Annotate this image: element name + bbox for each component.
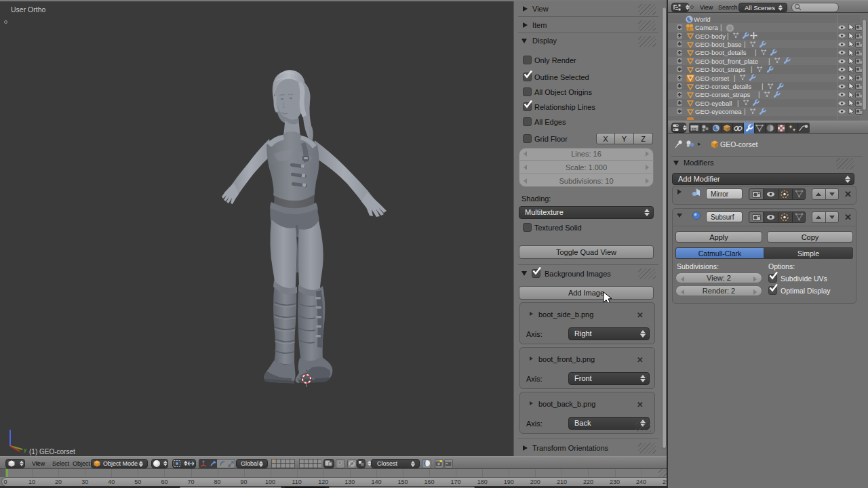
svg-text:y: y xyxy=(24,447,26,453)
svg-text:15: 15 xyxy=(692,127,696,131)
